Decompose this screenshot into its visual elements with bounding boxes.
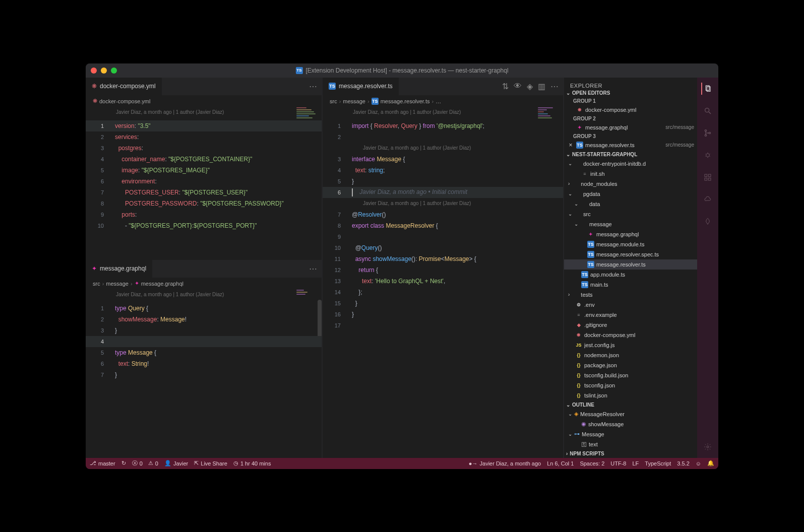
code-line[interactable]: 10 - "${POSTGRES_PORT}:${POSTGRES_PORT}" xyxy=(86,220,322,231)
cursor-position-status[interactable]: Ln 6, Col 1 xyxy=(547,460,574,467)
rocket-icon[interactable] xyxy=(702,216,714,228)
code-line[interactable]: 5 image: "${POSTGRES_IMAGE}" xyxy=(86,165,322,176)
problems-status[interactable]: ⓧ0 ⚠0 xyxy=(132,459,158,467)
code-line[interactable]: 13 text: 'Hello to GraphQL + Nest', xyxy=(323,276,563,287)
ts-version-status[interactable]: 3.5.2 xyxy=(677,460,689,467)
folder-item[interactable]: ⌄docker-entrypoint-initdb.d xyxy=(564,159,697,169)
open-editor-item[interactable]: ✦message.graphqlsrc/message xyxy=(564,122,697,132)
editor-body-graphql[interactable]: Javier Diaz, a month ago | 1 author (Jav… xyxy=(86,290,322,458)
folder-item[interactable]: ›node_modules xyxy=(564,179,697,189)
split-editor-icon[interactable]: ▥ xyxy=(538,82,545,91)
editor-body-resolver[interactable]: Javier Diaz, a month ago | 1 author (Jav… xyxy=(323,107,563,458)
file-item[interactable]: TSmessage.resolver.ts xyxy=(564,259,697,270)
code-line[interactable]: 6 text: String! xyxy=(86,358,322,369)
file-item[interactable]: {}tsconfig.build.json xyxy=(564,370,697,380)
codelens-authors[interactable]: Javier Diaz, a month ago | 1 author (Jav… xyxy=(323,198,563,209)
code-line[interactable]: 3 postgres: xyxy=(86,143,322,154)
language-status[interactable]: TypeScript xyxy=(645,460,671,467)
git-compare-icon[interactable]: ⇅ xyxy=(502,82,509,91)
code-line[interactable]: 2 xyxy=(323,131,563,143)
open-editor-item[interactable]: ×TSmessage.resolver.tssrc/message xyxy=(564,140,697,150)
wakatime-status[interactable]: ◷1 hr 40 mins xyxy=(233,460,271,467)
outline-item[interactable]: ◉showMessage xyxy=(564,419,697,429)
close-icon[interactable]: × xyxy=(567,142,574,149)
outline-item[interactable]: ⌄⊶Message xyxy=(564,429,697,439)
code-line[interactable]: 17 xyxy=(323,320,563,331)
tab-message-resolver[interactable]: TS message.resolver.ts xyxy=(323,78,399,95)
project-header[interactable]: ⌄ NEST-STARTER-GRAPHQL xyxy=(564,150,697,159)
explorer-icon[interactable] xyxy=(701,83,713,95)
feedback-icon[interactable]: ☺ xyxy=(696,460,701,467)
file-item[interactable]: ≡init.sh xyxy=(564,169,697,179)
breadcrumb[interactable]: ❋ docker-compose.yml xyxy=(86,95,322,107)
code-line[interactable]: 5} xyxy=(323,176,563,187)
encoding-status[interactable]: UTF-8 xyxy=(610,460,626,467)
maximize-window-icon[interactable] xyxy=(111,68,117,74)
file-item[interactable]: TSmain.ts xyxy=(564,280,697,290)
git-branch-status[interactable]: ⎇master xyxy=(90,460,115,467)
code-line[interactable]: 2 showMessage: Message! xyxy=(86,314,322,325)
file-item[interactable]: ≡.env.example xyxy=(564,310,697,320)
tab-docker-compose[interactable]: ❋ docker-compose.yml xyxy=(86,78,162,95)
code-line[interactable]: 9 xyxy=(323,231,563,242)
minimize-window-icon[interactable] xyxy=(101,68,107,74)
extensions-icon[interactable] xyxy=(702,171,714,183)
search-icon[interactable] xyxy=(702,105,714,117)
file-item[interactable]: {}tslint.json xyxy=(564,390,697,401)
code-line[interactable]: 3} xyxy=(86,325,322,336)
file-item[interactable]: {}nodemon.json xyxy=(564,350,697,360)
cloud-icon[interactable] xyxy=(702,193,714,206)
outline-item[interactable]: ⌄◈MessageResolver xyxy=(564,409,697,419)
file-item[interactable]: ❋docker-compose.yml xyxy=(564,330,697,340)
indentation-status[interactable]: Spaces: 2 xyxy=(580,460,604,467)
code-line[interactable]: 7 POSTGRES_USER: "${POSTGRES_USER}" xyxy=(86,187,322,198)
code-line[interactable]: 15 } xyxy=(323,298,563,309)
code-line[interactable]: 2services: xyxy=(86,131,322,143)
code-line[interactable]: 12 return { xyxy=(323,264,563,276)
title-bar[interactable]: TS [Extension Development Host] - messag… xyxy=(86,63,718,78)
sync-status[interactable]: ↻ xyxy=(121,460,126,467)
file-item[interactable]: ⚙.env xyxy=(564,300,697,310)
tab-actions-more-icon[interactable]: ⋯ xyxy=(309,264,318,274)
codelens-authors[interactable]: Javier Diaz, a month ago | 1 author (Jav… xyxy=(353,109,461,115)
code-line[interactable]: 3interface Message { xyxy=(323,154,563,165)
run-icon[interactable]: ◈ xyxy=(527,82,533,91)
code-line[interactable]: 6 Javier Diaz, a month ago • Initial com… xyxy=(323,187,563,198)
npm-scripts-header[interactable]: › NPM SCRIPTS xyxy=(564,449,697,458)
liveshare-status[interactable]: ⇱Live Share xyxy=(194,460,227,467)
codelens-authors[interactable]: Javier Diaz, a month ago | 1 author (Jav… xyxy=(323,143,563,154)
folder-item[interactable]: ⌄pgdata xyxy=(564,189,697,199)
folder-item[interactable]: ⌄src xyxy=(564,209,697,219)
close-window-icon[interactable] xyxy=(91,68,97,74)
code-line[interactable]: 5type Message { xyxy=(86,347,322,358)
code-line[interactable]: 1import { Resolver, Query } from '@nestj… xyxy=(323,120,563,131)
code-line[interactable]: 4 text: string; xyxy=(323,165,563,176)
code-line[interactable]: 8export class MessageResolver { xyxy=(323,220,563,231)
file-item[interactable]: {}package.json xyxy=(564,360,697,370)
file-item[interactable]: JSjest.config.js xyxy=(564,340,697,350)
codelens-authors[interactable]: Javier Diaz, a month ago | 1 author (Jav… xyxy=(116,292,224,297)
notifications-icon[interactable]: 🔔 xyxy=(707,460,714,467)
code-line[interactable]: 6 environment: xyxy=(86,176,322,187)
outline-item[interactable]: ⚿text xyxy=(564,439,697,449)
preview-icon[interactable]: 👁 xyxy=(514,82,522,91)
tab-message-graphql[interactable]: ✦ message.graphql xyxy=(86,260,152,278)
editor-more-icon[interactable]: ⋯ xyxy=(550,82,559,91)
file-item[interactable]: ✦message.graphql xyxy=(564,229,697,239)
code-line[interactable]: 7@Resolver() xyxy=(323,209,563,220)
source-control-icon[interactable] xyxy=(702,127,714,139)
gitlens-blame-status[interactable]: ●→Javier Diaz, a month ago xyxy=(469,460,541,467)
code-line[interactable]: 16} xyxy=(323,309,563,320)
breadcrumb[interactable]: src › message › ✦ message.graphql xyxy=(86,278,322,290)
code-line[interactable]: 9 ports: xyxy=(86,209,322,220)
file-item[interactable]: TSmessage.module.ts xyxy=(564,239,697,249)
code-line[interactable]: 11 async showMessage(): Promise<Message>… xyxy=(323,253,563,264)
user-status[interactable]: 👤Javier xyxy=(164,460,188,467)
open-editors-header[interactable]: ⌄ OPEN EDITORS xyxy=(564,89,697,97)
code-line[interactable]: 1type Query { xyxy=(86,303,322,314)
file-item[interactable]: {}tsconfig.json xyxy=(564,380,697,390)
codelens-authors[interactable]: Javier Diaz, a month ago | 1 author (Jav… xyxy=(116,109,224,115)
editor-body-docker[interactable]: Javier Diaz, a month ago | 1 author (Jav… xyxy=(86,107,322,260)
code-line[interactable]: 14 }; xyxy=(323,287,563,298)
file-item[interactable]: TSmessage.resolver.spec.ts xyxy=(564,249,697,259)
